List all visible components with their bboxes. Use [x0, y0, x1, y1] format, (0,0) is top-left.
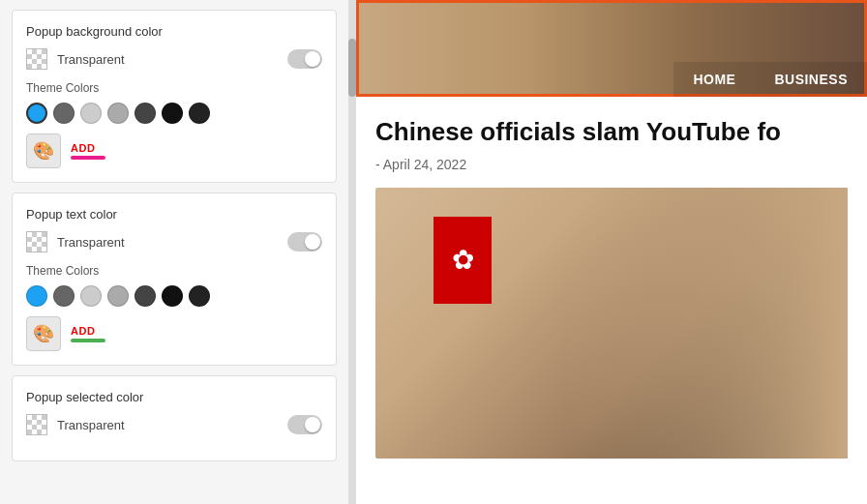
scrollbar-thumb[interactable]: [348, 39, 356, 97]
color-dot-darkgray-bg[interactable]: [135, 103, 156, 124]
theme-colors-row-text: [26, 285, 322, 307]
popup-text-title: Popup text color: [26, 207, 322, 222]
transparent-label-bg: Transparent: [57, 52, 278, 67]
bottom-row-text: 🎨 ADD: [26, 316, 322, 351]
transparent-row-text: Transparent: [26, 231, 322, 252]
popup-bg-section: Popup background color Transparent Theme…: [12, 10, 337, 183]
color-dot-blue-bg[interactable]: [26, 103, 47, 124]
add-label-bg[interactable]: ADD: [71, 142, 105, 154]
color-dot-gray-text[interactable]: [53, 285, 75, 307]
theme-colors-label-bg: Theme Colors: [26, 81, 322, 95]
color-dot-nearblack-text[interactable]: [162, 285, 183, 307]
article-title: Chinese officials slam YouTube fo: [375, 116, 848, 149]
nav-business[interactable]: BUSINESS: [755, 62, 867, 97]
transparent-icon-text: [26, 231, 47, 252]
transparent-icon-bg: [26, 48, 47, 70]
color-dot-darkgray-text[interactable]: [135, 285, 156, 307]
nav-bar: HOME BUSINESS: [673, 62, 867, 97]
transparent-row-selected: Transparent: [26, 414, 322, 435]
color-bar-bg: [71, 156, 105, 160]
flag-overlay: ✿: [434, 217, 492, 304]
color-indicator-bg: ADD: [71, 142, 105, 160]
color-indicator-text: ADD: [71, 325, 105, 342]
palette-btn-bg[interactable]: 🎨: [26, 133, 61, 168]
color-dot-nearblack-bg[interactable]: [162, 103, 183, 124]
article-image: ✿: [375, 188, 848, 459]
transparent-toggle-selected[interactable]: [287, 415, 322, 434]
popup-bg-title: Popup background color: [26, 24, 322, 39]
popup-selected-title: Popup selected color: [26, 390, 322, 404]
palette-icon-bg: 🎨: [33, 140, 54, 162]
color-bar-text: [71, 339, 105, 342]
theme-colors-row-bg: [26, 103, 322, 124]
color-dot-gray-bg[interactable]: [53, 103, 75, 124]
color-dot-lightgray-text[interactable]: [80, 285, 102, 307]
transparent-label-text: Transparent: [57, 235, 278, 250]
person-overlay: [564, 188, 848, 459]
transparent-row-bg: Transparent: [26, 48, 322, 70]
article-area: Chinese officials slam YouTube fo - Apri…: [356, 97, 867, 459]
bottom-row-bg: 🎨 ADD: [26, 133, 322, 168]
transparent-toggle-text[interactable]: [287, 232, 322, 252]
transparent-toggle-bg[interactable]: [287, 49, 322, 69]
palette-btn-text[interactable]: 🎨: [26, 316, 61, 351]
site-header: HOME BUSINESS: [356, 0, 867, 97]
theme-colors-label-text: Theme Colors: [26, 264, 322, 278]
nav-home[interactable]: HOME: [673, 62, 755, 97]
color-dot-blue-text[interactable]: [26, 285, 47, 307]
flag-emblem: ✿: [452, 244, 474, 276]
transparent-icon-selected: [26, 414, 47, 435]
color-dot-midgray-text[interactable]: [107, 285, 129, 307]
transparent-label-selected: Transparent: [57, 418, 278, 432]
color-dot-black-bg[interactable]: [189, 103, 210, 124]
add-label-text[interactable]: ADD: [71, 325, 105, 337]
popup-text-section: Popup text color Transparent Theme Color…: [12, 193, 337, 366]
left-panel: Popup background color Transparent Theme…: [0, 0, 348, 504]
color-dot-black-text[interactable]: [189, 285, 210, 307]
right-panel: HOME BUSINESS Chinese officials slam You…: [356, 0, 867, 504]
palette-icon-text: 🎨: [33, 323, 54, 344]
color-dot-lightgray-bg[interactable]: [80, 103, 102, 124]
color-dot-midgray-bg[interactable]: [107, 103, 129, 124]
scrollbar[interactable]: [348, 0, 356, 504]
popup-selected-section: Popup selected color Transparent: [12, 375, 337, 461]
article-date: - April 24, 2022: [375, 157, 848, 172]
